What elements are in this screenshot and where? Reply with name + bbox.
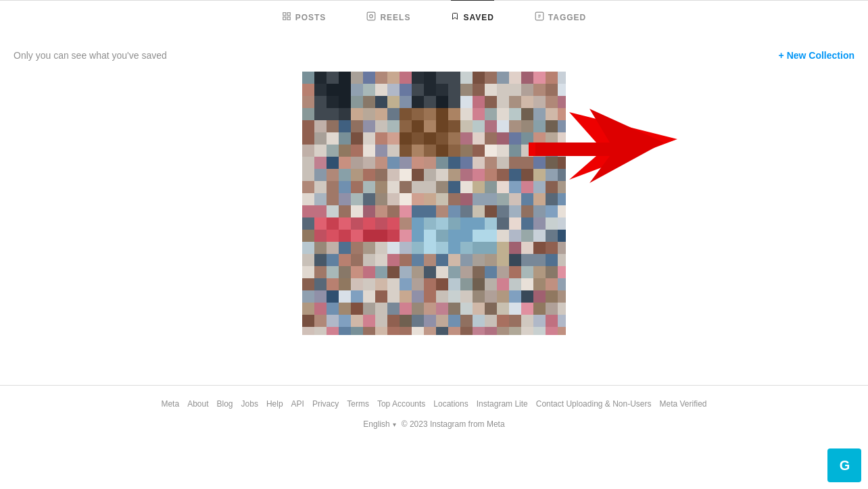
saved-icon <box>451 11 459 23</box>
tab-saved-label: SAVED <box>463 13 493 22</box>
footer-privacy[interactable]: Privacy <box>312 399 339 409</box>
watermark: G <box>827 448 861 482</box>
tab-tagged[interactable]: TAGGED <box>535 0 586 34</box>
mosaic-canvas <box>302 72 566 335</box>
footer-bottom: English ▾ © 2023 Instagram from Meta <box>14 419 854 429</box>
tab-posts-label: POSTS <box>295 13 327 22</box>
svg-rect-3 <box>287 17 290 20</box>
copyright-text: © 2023 Instagram from Meta <box>402 419 505 429</box>
arrow-icon <box>529 105 677 186</box>
tab-reels-label: REELS <box>380 13 410 22</box>
reels-icon <box>366 11 376 23</box>
svg-point-5 <box>370 15 373 18</box>
saved-info-text: Only you can see what you've saved <box>14 50 854 61</box>
svg-rect-0 <box>283 13 285 16</box>
watermark-letter: G <box>840 458 850 473</box>
footer-links: Meta About Blog Jobs Help API Privacy Te… <box>14 399 854 409</box>
footer-blog[interactable]: Blog <box>217 399 233 409</box>
tab-tagged-label: TAGGED <box>548 13 586 22</box>
arrow-container <box>529 105 677 186</box>
posts-icon <box>282 11 291 23</box>
content-area: Only you can see what you've saved + New… <box>0 34 868 358</box>
svg-rect-4 <box>368 12 376 20</box>
footer-instagram-lite[interactable]: Instagram Lite <box>477 399 528 409</box>
footer-meta-verified[interactable]: Meta Verified <box>660 399 707 409</box>
footer: Meta About Blog Jobs Help API Privacy Te… <box>0 385 868 442</box>
tab-saved[interactable]: SAVED <box>451 0 493 34</box>
language-label: English <box>363 419 389 429</box>
footer-jobs[interactable]: Jobs <box>241 399 258 409</box>
footer-top-accounts[interactable]: Top Accounts <box>377 399 425 409</box>
footer-locations[interactable]: Locations <box>433 399 468 409</box>
footer-meta[interactable]: Meta <box>161 399 179 409</box>
tab-posts[interactable]: POSTS <box>282 0 327 34</box>
footer-help[interactable]: Help <box>266 399 283 409</box>
footer-terms[interactable]: Terms <box>347 399 369 409</box>
svg-marker-8 <box>535 109 664 183</box>
saved-image-container <box>14 72 854 335</box>
footer-about[interactable]: About <box>187 399 208 409</box>
tab-bar: POSTS REELS SAVED TAGGED <box>0 0 868 34</box>
tagged-icon <box>535 11 544 23</box>
footer-api[interactable]: API <box>291 399 304 409</box>
language-selector[interactable]: English ▾ <box>363 419 395 429</box>
new-collection-button[interactable]: + New Collection <box>779 50 854 61</box>
footer-contact-uploading[interactable]: Contact Uploading & Non-Users <box>536 399 652 409</box>
svg-rect-2 <box>283 17 285 20</box>
svg-rect-1 <box>287 13 290 16</box>
chevron-down-icon: ▾ <box>393 421 396 428</box>
tab-reels[interactable]: REELS <box>366 0 410 34</box>
